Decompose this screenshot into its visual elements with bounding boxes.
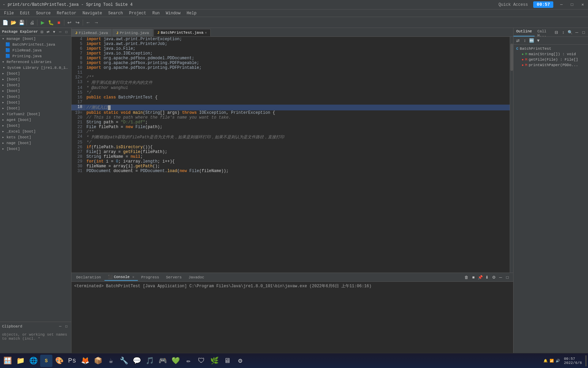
menu-search[interactable]: Search	[105, 10, 126, 16]
pkg-printing[interactable]: 🟦 Printing.java	[0, 53, 71, 59]
taskbar-chat[interactable]: 💬	[131, 355, 143, 367]
taskbar-app1[interactable]: S	[40, 355, 52, 367]
tab-batchprinttest[interactable]: J BatchPrintTest.java ✕	[153, 29, 211, 36]
taskbar-tool2[interactable]: 🔧	[118, 355, 130, 367]
taskbar-photoshop[interactable]: 🎨	[53, 355, 65, 367]
taskbar-game[interactable]: 🎮	[157, 355, 169, 367]
taskbar-settings[interactable]: ⚙	[234, 355, 246, 367]
code-editor[interactable]: 4 import java.awt.print.PrinterException…	[71, 37, 510, 273]
btab-declaration[interactable]: Declaration	[73, 274, 104, 280]
console-output[interactable]: <terminated> BatchPrintTest [Java Applic…	[71, 282, 513, 358]
pkg-boot4[interactable]: ▸ [boot]	[0, 88, 71, 94]
taskbar-tool1[interactable]: 📦	[92, 355, 104, 367]
vertical-scrollbar[interactable]	[510, 37, 513, 273]
pkg-manage[interactable]: ▾ manage [boot]	[0, 36, 71, 42]
pkg-batch[interactable]: 🟦 BatchPrintTest.java	[0, 42, 71, 47]
pkg-boot2[interactable]: ▸ [boot]	[0, 76, 71, 82]
pkg-boot5[interactable]: ▸ [boot]	[0, 94, 71, 99]
quick-access-label[interactable]: Quick Access	[499, 2, 528, 7]
rpanel-minimize[interactable]: ─	[574, 29, 580, 35]
rpt-btn2[interactable]: ↕	[522, 37, 528, 44]
clipboard-maximize[interactable]: □	[64, 324, 69, 329]
tb-run[interactable]: ▶	[39, 19, 46, 26]
rpanel-outline-tab[interactable]: Outline	[513, 28, 535, 36]
taskbar-java[interactable]: ☕	[105, 355, 117, 367]
tb-stop[interactable]: ■	[55, 19, 63, 26]
tb-redo[interactable]: ↪	[74, 19, 81, 26]
taskbar-security[interactable]: 🛡	[195, 355, 208, 367]
maximize-panel-button[interactable]: □	[64, 29, 69, 34]
minimize-panel-button[interactable]: ─	[58, 29, 63, 34]
rpanel-callh-tab[interactable]: Call H...	[535, 28, 553, 36]
pkg-boot6[interactable]: ▸ [boot]	[0, 99, 71, 105]
taskbar-browser2[interactable]: 🌿	[208, 355, 220, 367]
tab-printing[interactable]: J Printing.java	[112, 29, 152, 36]
tb-undo[interactable]: ↩	[66, 19, 73, 26]
outline-getfile[interactable]: ● M getFile(File) : File[]	[515, 57, 587, 62]
pkg-syslib[interactable]: ▾ System Library [jre1.8.0_101]	[0, 65, 71, 71]
menu-file[interactable]: File	[1, 10, 17, 16]
menu-source[interactable]: Source	[33, 10, 53, 16]
menu-help[interactable]: Help	[184, 10, 199, 16]
taskbar-explorer[interactable]: 📁	[14, 355, 27, 367]
console-maximize-button[interactable]: □	[504, 274, 510, 280]
tb-open[interactable]: 📂	[10, 19, 17, 26]
btab-javadoc[interactable]: Javadoc	[185, 274, 208, 280]
btab-console[interactable]: ⬛ Console ✕	[104, 274, 138, 281]
taskbar-ie[interactable]: 🌐	[27, 355, 39, 367]
pkg-boot9[interactable]: ▸ [boot]	[0, 146, 71, 152]
taskbar-wechat[interactable]: 💚	[169, 355, 182, 367]
menu-project[interactable]: Project	[126, 10, 149, 16]
rpanel-filter[interactable]: 🔍	[567, 29, 573, 35]
scrollbar-thumb[interactable]	[510, 44, 513, 71]
menu-run[interactable]: Run	[150, 10, 163, 16]
taskbar-ps2[interactable]: Ps	[66, 355, 78, 367]
window-close[interactable]: ✕	[580, 2, 585, 7]
console-pin-button[interactable]: 📌	[477, 274, 483, 280]
pkg-excel[interactable]: ▸ _Excel [boot]	[0, 128, 71, 134]
taskbar-monitor[interactable]: 🖥	[221, 355, 233, 367]
systray-show-desktop[interactable]	[585, 355, 587, 366]
window-maximize[interactable]: □	[570, 2, 575, 7]
console-clear-button[interactable]: 🗑	[463, 274, 470, 280]
pkg-age4[interactable]: ▸ age4 [boot]	[0, 117, 71, 123]
pkg-boot3[interactable]: ▸ [boot]	[0, 82, 71, 88]
tb-new[interactable]: 📄	[1, 19, 9, 26]
outline-main[interactable]: ● M main(String[]) : void	[515, 51, 587, 57]
pkg-boot7[interactable]: ▸ [boot]	[0, 105, 71, 111]
console-options-button[interactable]: ⚙	[491, 274, 497, 280]
menu-edit[interactable]: Edit	[17, 10, 33, 16]
taskbar-edit[interactable]: ✏	[182, 355, 195, 367]
rpanel-maximize[interactable]: □	[581, 29, 587, 35]
pkg-fileread[interactable]: 🟦 FileRead.java	[0, 47, 71, 53]
pkg-tietuan[interactable]: ▸ TieTuan2 [boot]	[0, 111, 71, 117]
menu-refactor[interactable]: Refactor	[54, 10, 79, 16]
btab-servers[interactable]: Servers	[163, 274, 185, 280]
taskbar-music[interactable]: 🎵	[144, 355, 156, 367]
console-scroll-button[interactable]: ⬇	[484, 274, 490, 280]
console-stop-button[interactable]: ■	[470, 274, 476, 280]
menu-window[interactable]: Window	[163, 10, 183, 16]
rpt-btn4[interactable]: ▼	[535, 37, 541, 44]
tb-debug[interactable]: 🐛	[47, 19, 54, 26]
tb-save[interactable]: 💾	[18, 19, 25, 26]
panel-menu-button[interactable]: ▼	[51, 29, 57, 34]
link-with-editor-button[interactable]: ⇄	[45, 29, 51, 34]
rpt-btn3[interactable]: 🔤	[528, 37, 535, 44]
pkg-nage[interactable]: ▸ nage [boot]	[0, 140, 71, 146]
tb-print[interactable]: 🖨	[28, 19, 36, 26]
pkg-boot8[interactable]: ▸ [boot]	[0, 123, 71, 128]
btab-progress[interactable]: Progress	[138, 274, 163, 280]
tb-back[interactable]: ←	[84, 19, 92, 26]
rpanel-sort[interactable]: ↕	[560, 29, 566, 35]
taskbar-browser[interactable]: 🦊	[79, 355, 91, 367]
pkg-reflibs[interactable]: ▾ Referenced Libraries	[0, 59, 71, 65]
tab-fileread[interactable]: J FileRead.java	[71, 29, 112, 36]
outline-class[interactable]: C BatchPrintTest	[515, 46, 587, 51]
rpt-btn1[interactable]: ⇄	[515, 37, 521, 44]
rpanel-collapse[interactable]: ⊟	[553, 29, 559, 35]
window-minimize[interactable]: ─	[559, 2, 564, 7]
tab-batch-close[interactable]: ✕	[205, 31, 207, 35]
btab-console-close[interactable]: ✕	[132, 275, 134, 279]
taskbar-start[interactable]: 🪟	[1, 355, 14, 367]
